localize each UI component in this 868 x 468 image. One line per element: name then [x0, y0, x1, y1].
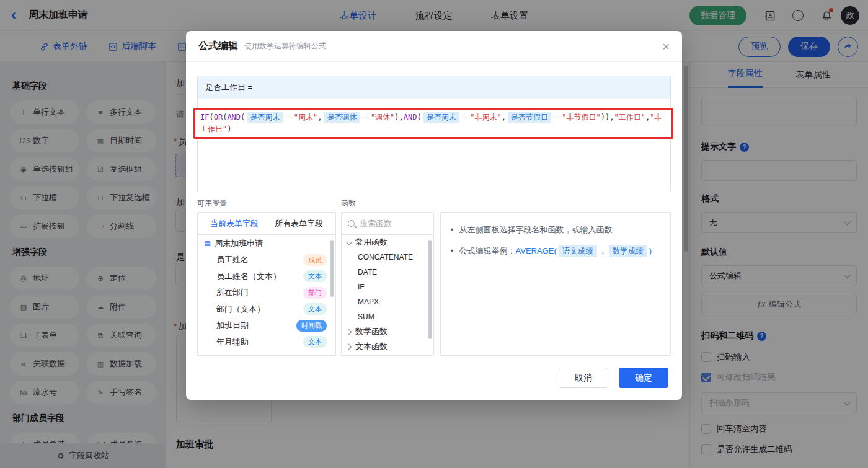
function-item-MAPX[interactable]: MAPX — [342, 294, 433, 309]
variable-root-label: 周末加班申请 — [215, 238, 263, 249]
formula-field-chip[interactable]: 是否周末 — [247, 112, 283, 123]
variable-type-badge: 文本 — [303, 336, 327, 348]
formula-error-highlight[interactable]: IF(OR(AND(是否周末=="周末",是否调休=="调休"),AND(是否周… — [193, 108, 673, 139]
field-chip: 数学成绩 — [609, 245, 647, 257]
formula-token: OR — [214, 113, 223, 121]
variable-row[interactable]: 加班日期时间戳 — [198, 317, 335, 334]
formula-token: AND — [404, 113, 417, 121]
variable-type-badge: 文本 — [303, 270, 327, 282]
function-item-CONCATENATE[interactable]: CONCATENATE — [342, 250, 433, 265]
formula-field-chip[interactable]: 是否节假日 — [508, 112, 551, 123]
function-search[interactable] — [342, 213, 433, 235]
formula-token: , — [317, 113, 322, 121]
functions-panel: 常用函数CONCATENATEDATEIFMAPXSUM数学函数文本函数 — [341, 212, 434, 356]
formula-token: == — [553, 113, 562, 121]
variable-name: 部门（文本） — [216, 304, 303, 315]
formula-field-chip[interactable]: 是否调休 — [324, 112, 360, 123]
variable-row[interactable]: 员工姓名（文本）文本 — [198, 268, 335, 285]
formula-field-chip[interactable]: 是否周末 — [423, 112, 459, 123]
formula-edit-modal: 公式编辑 使用数学运算符编辑公式 × 是否工作日 = IF(OR(AND(是否周… — [186, 31, 682, 400]
function-search-input[interactable] — [360, 219, 422, 228]
variables-tabs: 当前表单字段 所有表单字段 — [198, 213, 335, 235]
function-list: 常用函数CONCATENATEDATEIFMAPXSUM数学函数文本函数 — [342, 235, 433, 354]
search-icon — [348, 220, 355, 227]
variables-panel: 当前表单字段 所有表单字段 ▤ 周末加班申请 员工姓名成员员工姓名（文本）文本所… — [197, 212, 336, 356]
formula-token: ( — [209, 113, 213, 121]
variable-row[interactable]: 员工姓名成员 — [198, 252, 335, 268]
function-group-常用函数[interactable]: 常用函数 — [342, 235, 433, 250]
cancel-button[interactable]: 取消 — [559, 368, 608, 388]
formula-token: "周末" — [294, 113, 317, 121]
variable-tree-root[interactable]: ▤ 周末加班申请 — [198, 235, 335, 252]
formula-token: == — [361, 113, 370, 121]
function-item-IF[interactable]: IF — [342, 280, 433, 294]
formula-help-panel: • 从左侧面板选择字段名和函数，或输入函数 • 公式编辑举例：AVERAGE(语… — [440, 212, 671, 356]
variable-type-badge: 时间戳 — [296, 320, 327, 332]
variable-name: 加班日期 — [216, 320, 296, 331]
variables-label: 可用变量 — [197, 198, 227, 209]
formula-token: "非周末" — [470, 113, 501, 121]
formula-token: == — [461, 113, 470, 121]
functions-label: 函数 — [341, 198, 356, 209]
formula-token: "工作日" — [614, 113, 645, 121]
function-group-文本函数[interactable]: 文本函数 — [342, 339, 433, 354]
chevron-down-icon — [346, 239, 352, 245]
variable-name: 员工姓名（文本） — [216, 271, 303, 282]
function-item-DATE[interactable]: DATE — [342, 265, 433, 280]
formula-token: ), — [394, 113, 403, 121]
formula-token: AND — [227, 113, 241, 121]
formula-token: , — [502, 113, 506, 121]
bullet: • — [451, 245, 454, 257]
variable-type-badge: 成员 — [303, 254, 327, 266]
example-fn: AVERAGE( — [516, 246, 557, 255]
formula-token: ) — [227, 125, 231, 133]
variable-row[interactable]: 所在部门部门 — [198, 285, 335, 301]
chevron-right-icon — [346, 329, 352, 335]
help-line-1: • 从左侧面板选择字段名和函数，或输入函数 — [451, 224, 660, 236]
function-item-SUM[interactable]: SUM — [342, 309, 433, 324]
functions-scrollbar[interactable] — [428, 240, 432, 339]
variable-list: 员工姓名成员员工姓名（文本）文本所在部门部门部门（文本）文本加班日期时间戳年月辅… — [198, 252, 335, 350]
example-label: 公式编辑举例： — [459, 246, 516, 255]
function-group-label: 数学函数 — [355, 326, 388, 337]
formula-token: IF — [200, 113, 209, 121]
formula-code: IF(OR(AND(是否周末=="周末",是否调休=="调休"),AND(是否周… — [200, 112, 666, 135]
variables-scrollbar[interactable] — [330, 240, 334, 297]
modal-title: 公式编辑 — [198, 40, 238, 53]
variable-name: 所在部门 — [216, 287, 303, 298]
tab-all-form-fields[interactable]: 所有表单字段 — [275, 218, 323, 229]
bullet: • — [451, 224, 454, 236]
formula-target-field: 是否工作日 = — [198, 76, 670, 99]
function-group-label: 文本函数 — [355, 341, 388, 352]
formula-token: )), — [601, 113, 614, 121]
function-group-数学函数[interactable]: 数学函数 — [342, 324, 433, 339]
close-icon[interactable]: × — [662, 40, 670, 53]
help-line-2: • 公式编辑举例：AVERAGE(语文成绩，数学成绩) — [451, 245, 660, 257]
formula-token: ( — [417, 113, 421, 121]
variable-row[interactable]: 部门（文本）文本 — [198, 301, 335, 318]
example-comma: ， — [599, 246, 607, 255]
formula-token: == — [285, 113, 293, 121]
variable-row[interactable]: 年月辅助文本 — [198, 334, 335, 351]
field-chip: 语文成绩 — [559, 245, 597, 257]
example-close: ) — [649, 246, 652, 255]
variable-type-badge: 部门 — [303, 287, 327, 299]
tab-current-form-fields[interactable]: 当前表单字段 — [210, 218, 259, 229]
formula-token: ( — [241, 113, 245, 121]
formula-token: "调休" — [371, 113, 394, 121]
chevron-right-icon — [346, 343, 352, 350]
confirm-button[interactable]: 确定 — [619, 368, 668, 388]
modal-subtitle: 使用数学运算符编辑公式 — [244, 41, 326, 51]
function-group-label: 常用函数 — [355, 237, 388, 248]
variable-name: 年月辅助 — [216, 337, 303, 348]
variable-type-badge: 文本 — [303, 303, 327, 315]
variable-name: 员工姓名 — [216, 254, 303, 265]
modal-header: 公式编辑 使用数学运算符编辑公式 × — [186, 31, 682, 62]
formula-token: "非节假日" — [562, 113, 600, 121]
form-doc-icon: ▤ — [204, 239, 211, 248]
